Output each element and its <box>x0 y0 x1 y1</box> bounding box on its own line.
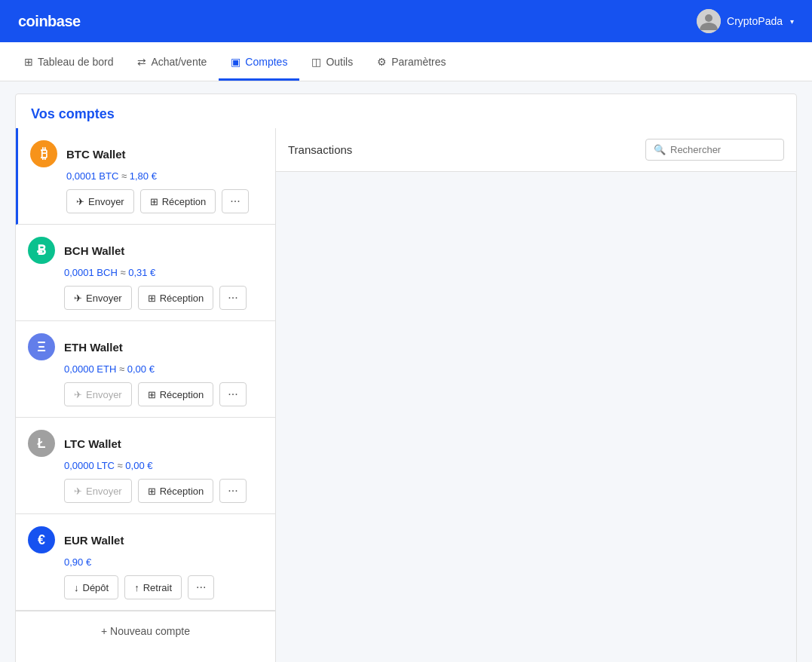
transactions-panel: Transactions 🔍 <box>276 128 796 662</box>
wallet-item-eur[interactable]: € EUR Wallet 0,90 € ↓ Dépôt ↑ Retrait <box>16 514 275 611</box>
settings-icon: ⚙ <box>377 56 387 68</box>
bch-actions: ✈ Envoyer ⊞ Réception ··· <box>64 286 263 310</box>
receive-icon: ⊞ <box>150 196 158 207</box>
more-icon: ··· <box>228 484 237 498</box>
send-icon: ✈ <box>74 389 82 400</box>
buy-sell-icon: ⇄ <box>137 56 146 68</box>
navigation: ⊞ Tableau de bord ⇄ Achat/vente ▣ Compte… <box>0 42 812 81</box>
eur-withdraw-button[interactable]: ↑ Retrait <box>124 575 182 599</box>
ltc-wallet-name: LTC Wallet <box>64 437 121 450</box>
logo: coinbase <box>18 13 81 30</box>
ltc-actions: ✈ Envoyer ⊞ Réception ··· <box>64 479 263 503</box>
bch-send-button[interactable]: ✈ Envoyer <box>64 286 132 310</box>
svg-point-1 <box>705 14 712 22</box>
chevron-down-icon: ▾ <box>790 17 794 26</box>
nav-item-dashboard[interactable]: ⊞ Tableau de bord <box>12 45 125 81</box>
page-title: Vos comptes <box>16 94 796 128</box>
btc-balance: 0,0001 BTC ≈ 1,80 € <box>66 170 263 182</box>
ltc-icon: Ł <box>28 430 55 457</box>
eur-balance: 0,90 € <box>64 556 263 568</box>
wallet-list: ₿ BTC Wallet 0,0001 BTC ≈ 1,80 € ✈ Envoy… <box>16 128 276 662</box>
ltc-send-button[interactable]: ✈ Envoyer <box>64 479 132 503</box>
nav-item-settings[interactable]: ⚙ Paramètres <box>365 45 458 81</box>
wallet-header-eur: € EUR Wallet <box>28 526 263 553</box>
avatar <box>697 9 721 33</box>
receive-icon: ⊞ <box>148 486 156 497</box>
wallet-header-ltc: Ł LTC Wallet <box>28 430 263 457</box>
eth-send-button[interactable]: ✈ Envoyer <box>64 382 132 406</box>
search-input[interactable] <box>670 144 776 155</box>
transactions-title: Transactions <box>288 143 352 156</box>
search-box[interactable]: 🔍 <box>645 139 784 161</box>
send-icon: ✈ <box>74 486 82 497</box>
eth-actions: ✈ Envoyer ⊞ Réception ··· <box>64 382 263 406</box>
main-content: Vos comptes ₿ BTC Wallet 0,0001 BTC ≈ 1,… <box>0 81 812 662</box>
new-account-button[interactable]: + Nouveau compte <box>16 611 275 651</box>
more-icon: ··· <box>228 388 237 401</box>
dashboard-icon: ⊞ <box>24 56 33 68</box>
eth-more-button[interactable]: ··· <box>219 382 246 406</box>
bch-wallet-name: BCH Wallet <box>64 244 124 257</box>
content-row: ₿ BTC Wallet 0,0001 BTC ≈ 1,80 € ✈ Envoy… <box>16 128 796 662</box>
eth-balance: 0,0000 ETH ≈ 0,00 € <box>64 363 263 375</box>
bch-icon: Ƀ <box>28 237 55 264</box>
wallet-item-bch[interactable]: Ƀ BCH Wallet 0,0001 BCH ≈ 0,31 € ✈ Envoy… <box>16 225 275 321</box>
transactions-header: Transactions 🔍 <box>276 128 796 172</box>
btc-icon: ₿ <box>30 140 57 167</box>
eur-wallet-name: EUR Wallet <box>64 534 124 547</box>
more-icon: ··· <box>230 195 240 208</box>
accounts-card: Vos comptes ₿ BTC Wallet 0,0001 BTC ≈ 1,… <box>15 93 797 662</box>
btc-send-button[interactable]: ✈ Envoyer <box>66 189 134 213</box>
wallet-item-eth[interactable]: Ξ ETH Wallet 0,0000 ETH ≈ 0,00 € ✈ Envoy… <box>16 321 275 418</box>
receive-icon: ⊞ <box>148 293 156 304</box>
nav-item-tools[interactable]: ◫ Outils <box>299 45 365 81</box>
transactions-content <box>276 172 796 662</box>
eur-icon: € <box>28 526 55 553</box>
send-icon: ✈ <box>76 196 84 207</box>
wallet-header-bch: Ƀ BCH Wallet <box>28 237 263 264</box>
bch-balance: 0,0001 BCH ≈ 0,31 € <box>64 267 263 278</box>
ltc-more-button[interactable]: ··· <box>219 479 246 503</box>
bch-receive-button[interactable]: ⊞ Réception <box>138 286 214 310</box>
eth-receive-button[interactable]: ⊞ Réception <box>138 382 214 406</box>
nav-item-buy-sell[interactable]: ⇄ Achat/vente <box>125 45 219 81</box>
accounts-icon: ▣ <box>231 56 241 68</box>
search-icon: 🔍 <box>654 144 666 155</box>
user-menu[interactable]: CryptoPada ▾ <box>697 9 794 33</box>
eth-icon: Ξ <box>28 333 55 360</box>
eur-deposit-button[interactable]: ↓ Dépôt <box>64 575 118 599</box>
wallet-item-ltc[interactable]: Ł LTC Wallet 0,0000 LTC ≈ 0,00 € ✈ Envoy… <box>16 418 275 514</box>
deposit-icon: ↓ <box>74 582 79 593</box>
ltc-balance: 0,0000 LTC ≈ 0,00 € <box>64 460 263 471</box>
withdraw-icon: ↑ <box>134 582 139 593</box>
btc-actions: ✈ Envoyer ⊞ Réception ··· <box>66 189 263 213</box>
ltc-receive-button[interactable]: ⊞ Réception <box>138 479 214 503</box>
eur-more-button[interactable]: ··· <box>188 575 214 599</box>
user-name: CryptoPada <box>727 15 783 27</box>
tools-icon: ◫ <box>311 56 321 68</box>
receive-icon: ⊞ <box>148 389 156 400</box>
btc-wallet-name: BTC Wallet <box>66 148 126 161</box>
header: coinbase CryptoPada ▾ <box>0 0 812 42</box>
wallet-item-btc[interactable]: ₿ BTC Wallet 0,0001 BTC ≈ 1,80 € ✈ Envoy… <box>16 128 275 225</box>
eur-actions: ↓ Dépôt ↑ Retrait ··· <box>64 575 263 599</box>
btc-receive-button[interactable]: ⊞ Réception <box>140 189 216 213</box>
send-icon: ✈ <box>74 293 82 304</box>
wallet-header-eth: Ξ ETH Wallet <box>28 333 263 360</box>
more-icon: ··· <box>196 581 206 594</box>
bch-more-button[interactable]: ··· <box>219 286 246 310</box>
nav-item-accounts[interactable]: ▣ Comptes <box>219 45 299 81</box>
wallet-header-btc: ₿ BTC Wallet <box>30 140 263 167</box>
more-icon: ··· <box>228 291 237 305</box>
eth-wallet-name: ETH Wallet <box>64 341 123 354</box>
btc-more-button[interactable]: ··· <box>222 189 248 213</box>
